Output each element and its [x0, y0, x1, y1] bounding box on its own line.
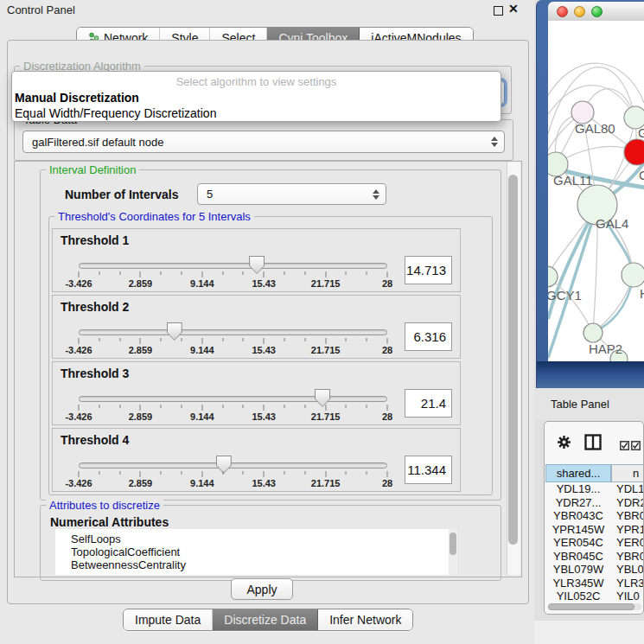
tab-discretize-data-label: Discretize Data	[224, 613, 306, 627]
split-panel-icon[interactable]	[584, 434, 602, 454]
cell-name[interactable]: YBR0	[611, 509, 644, 523]
node-label: GAL80	[575, 121, 615, 136]
vertical-scrollbar-thumb[interactable]	[508, 175, 518, 545]
checkbox-checked-icon[interactable]	[631, 438, 641, 454]
horizontal-scrollbar[interactable]	[548, 603, 641, 610]
cell-name[interactable]: YIL0	[611, 590, 644, 603]
network-graph	[548, 21, 644, 361]
node-label: H	[640, 286, 644, 301]
checkbox-checked-icon[interactable]	[620, 438, 629, 454]
threshold-2-label: Threshold 2	[61, 300, 129, 314]
table-row[interactable]: YER054CYER0	[545, 536, 644, 550]
cyni-mode-tabs: Impute Data Discretize Data Infer Networ…	[123, 609, 413, 631]
float-window-icon[interactable]	[494, 6, 503, 16]
cell-shared-name[interactable]: YBR043C	[545, 509, 611, 523]
table-row[interactable]: YPR145WYPR1	[545, 523, 644, 537]
minimize-window-icon[interactable]	[574, 6, 585, 17]
algorithm-option-equal-width[interactable]: Equal Width/Frequency Discretization	[12, 105, 501, 121]
control-panel-window: Control Panel ✕ Network Style Select Cyn…	[0, 0, 535, 644]
table-data-combobox[interactable]: galFiltered.sif default node	[22, 131, 505, 153]
threshold-2-value-field[interactable]: 6.316	[405, 322, 452, 351]
number-of-intervals-combobox[interactable]: 5	[197, 183, 386, 205]
table-panel-header: Table Panel	[534, 388, 644, 420]
threshold-1-slider[interactable]: -3.4262.8599.14415.4321.71528	[79, 255, 387, 290]
cell-shared-name[interactable]: YDL19...	[545, 482, 611, 496]
horizontal-scrollbar-thumb[interactable]	[548, 603, 634, 610]
threshold-3-value-field[interactable]: 21.4	[405, 389, 452, 418]
slider-track[interactable]	[79, 396, 387, 402]
interval-definition-group-label: Interval Definition	[46, 163, 139, 176]
slider-track[interactable]	[79, 329, 387, 335]
slider-ticks	[79, 471, 387, 477]
threshold-4-label: Threshold 4	[61, 433, 129, 447]
node-label: GAL4	[596, 216, 628, 231]
algorithm-option-manual[interactable]: Manual Discretization	[12, 90, 501, 105]
slider-track[interactable]	[79, 462, 387, 469]
zoom-window-icon[interactable]	[591, 6, 603, 17]
cell-name[interactable]: YDL1	[611, 482, 644, 496]
cell-name[interactable]: YBR0	[611, 550, 644, 564]
node-label: GA	[638, 125, 644, 140]
network-window-titlebar[interactable]	[548, 2, 644, 22]
node-label: C	[639, 168, 644, 182]
cell-name[interactable]: YDR2	[611, 496, 644, 510]
table-row[interactable]: YIL052CYIL0	[545, 590, 644, 603]
cell-shared-name[interactable]: YLR345W	[545, 577, 611, 590]
column-header-shared-name[interactable]: shared...	[545, 464, 611, 482]
table-row[interactable]: YBR045CYBR0	[545, 550, 644, 564]
list-item[interactable]: SelfLoops	[55, 532, 457, 545]
gear-icon[interactable]	[557, 435, 571, 453]
column-header-name[interactable]: n	[611, 464, 644, 482]
cell-name[interactable]: YPR1	[611, 523, 644, 537]
cell-shared-name[interactable]: YER054C	[545, 536, 611, 550]
threshold-2-slider[interactable]: -3.4262.8599.14415.4321.71528	[79, 322, 387, 356]
table-row[interactable]: YBL079WYBL0	[545, 563, 644, 577]
threshold-4-value-field[interactable]: 11.344	[405, 456, 452, 484]
number-of-intervals-value: 5	[207, 188, 213, 201]
list-item[interactable]: TopologicalCoefficient	[55, 545, 457, 558]
table-data-value: galFiltered.sif default node	[32, 136, 163, 149]
table-row[interactable]: YDR27...YDR2	[545, 496, 644, 510]
threshold-3-slider[interactable]: -3.4262.8599.14415.4321.71528	[79, 388, 387, 423]
table-row[interactable]: YLR345WYLR3	[545, 577, 644, 590]
slider-tick-labels: -3.4262.8599.14415.4321.71528	[79, 411, 387, 422]
threshold-1-label: Threshold 1	[61, 233, 129, 247]
network-node[interactable]	[583, 323, 603, 342]
slider-ticks	[79, 338, 387, 344]
threshold-3-label: Threshold 3	[61, 367, 129, 380]
slider-track[interactable]	[79, 263, 387, 269]
cell-name[interactable]: YBL0	[611, 563, 644, 577]
combo-stepper-icon	[373, 189, 379, 200]
cell-shared-name[interactable]: YBL079W	[545, 563, 611, 577]
network-node[interactable]	[622, 263, 644, 287]
table-row[interactable]: YBR043CYBR0	[545, 509, 644, 523]
tab-impute-data[interactable]: Impute Data	[124, 609, 213, 630]
cell-shared-name[interactable]: YPR145W	[545, 523, 611, 537]
list-scrollbar-thumb[interactable]	[450, 532, 456, 555]
table-body[interactable]: YDL19...YDL1YDR27...YDR2YBR043CYBR0YPR14…	[545, 482, 644, 603]
cell-name[interactable]: YER0	[611, 536, 644, 550]
list-item[interactable]: BetweennessCentrality	[55, 558, 457, 571]
slider-tick-labels: -3.4262.8599.14415.4321.71528	[79, 478, 387, 488]
number-of-intervals-label: Number of Intervals	[65, 188, 178, 201]
close-icon[interactable]: ✕	[508, 2, 519, 16]
threshold-1-value-field[interactable]: 14.713	[405, 256, 452, 284]
node-label: GCY1	[548, 288, 582, 303]
network-canvas[interactable]: GAL80GACGAL11GAL4GCY1HHAP2	[548, 21, 644, 361]
node-label: GAL11	[553, 173, 593, 188]
table-row[interactable]: YDL19...YDL1	[545, 482, 644, 496]
apply-button[interactable]: Apply	[231, 578, 293, 600]
tab-infer-network[interactable]: Infer Network	[318, 609, 412, 630]
numerical-attributes-label: Numerical Attributes	[50, 515, 169, 529]
threshold-4-slider[interactable]: -3.4262.8599.14415.4321.71528	[79, 455, 387, 489]
cell-shared-name[interactable]: YIL052C	[545, 590, 611, 603]
desktop-strip	[534, 621, 644, 644]
network-node[interactable]	[624, 139, 644, 165]
cell-name[interactable]: YLR3	[611, 577, 644, 590]
close-window-icon[interactable]	[557, 6, 568, 17]
cell-shared-name[interactable]: YDR27...	[545, 496, 611, 510]
tab-discretize-data[interactable]: Discretize Data	[213, 609, 318, 630]
cell-shared-name[interactable]: YBR045C	[545, 550, 611, 564]
numerical-attributes-list[interactable]: SelfLoops TopologicalCoefficient Between…	[55, 529, 457, 575]
threshold-4-panel: Threshold 4 -3.4262.8599.14415.4321.7152…	[52, 428, 461, 492]
